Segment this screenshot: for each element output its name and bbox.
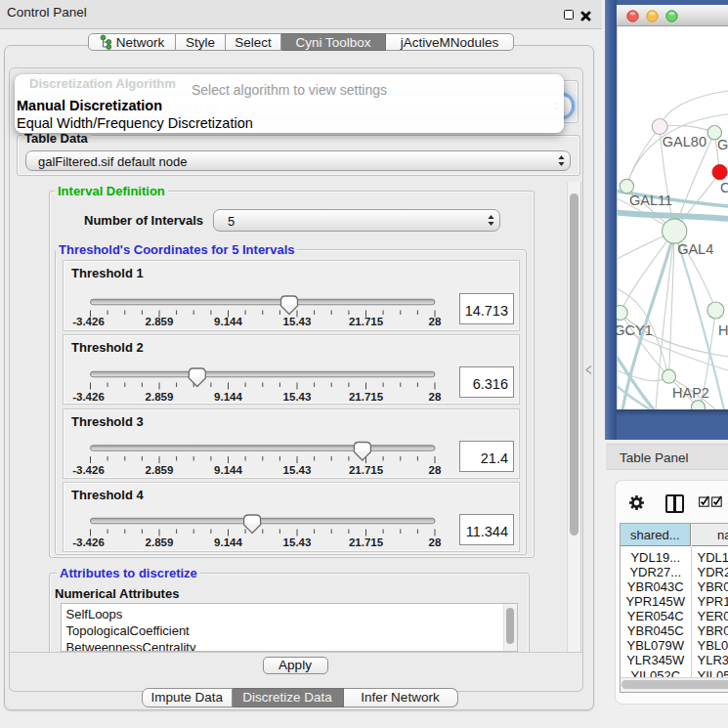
svg-text:GCY1: GCY1 xyxy=(617,322,653,338)
svg-text:H: H xyxy=(718,322,728,338)
svg-text:GAL80: GAL80 xyxy=(663,134,707,150)
svg-text:HAP2: HAP2 xyxy=(672,385,709,401)
svg-text:GAL11: GAL11 xyxy=(629,193,672,208)
svg-text:GAL4: GAL4 xyxy=(677,241,713,257)
svg-text:GA: GA xyxy=(717,137,728,152)
svg-text:C: C xyxy=(720,180,728,195)
